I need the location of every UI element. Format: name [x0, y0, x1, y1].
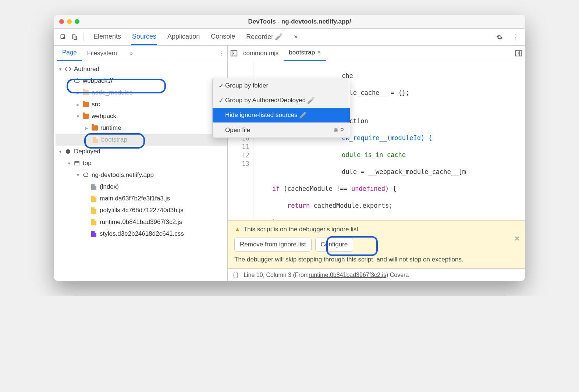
tree-main-js[interactable]: main.da63f7b2fe3f1fa3.js — [56, 193, 227, 204]
device-toggle-icon[interactable] — [69, 32, 80, 43]
side-tab-filesystem[interactable]: Filesystem — [82, 46, 122, 61]
tree-node-modules[interactable]: node_modules — [56, 87, 227, 99]
main-toolbar: Elements Sources Application Console Rec… — [54, 29, 525, 46]
tree-domain[interactable]: ng-devtools.netlify.app — [56, 169, 227, 181]
inspect-icon[interactable] — [58, 32, 69, 43]
titlebar: DevTools - ng-devtools.netlify.app/ — [54, 15, 525, 29]
tab-console[interactable]: Console — [210, 29, 236, 45]
menu-open-file[interactable]: Open file⌘ P — [213, 123, 350, 138]
status-source-file[interactable]: runtime.0b841bad3967f3c2.js — [309, 272, 386, 278]
tree-runtime[interactable]: runtime — [56, 122, 227, 134]
tree-runtime-js[interactable]: runtime.0b841bad3967f3c2.js — [56, 216, 227, 228]
svg-rect-4 — [231, 50, 237, 56]
tree-top[interactable]: top — [56, 157, 227, 169]
pretty-print-icon[interactable]: { } — [233, 272, 238, 278]
file-tree: Authored webpack:// node_modules src web… — [54, 61, 227, 281]
tree-webpack-folder[interactable]: webpack — [56, 110, 227, 122]
banner-desc: The debugger will skip stepping through … — [234, 256, 518, 263]
tree-styles-css[interactable]: styles.d3e2b24618d2c641.css — [56, 228, 227, 240]
svg-rect-3 — [75, 161, 79, 165]
sidebar-more-icon[interactable]: ⋮ — [218, 49, 224, 57]
minimize-icon[interactable] — [67, 19, 72, 24]
devtools-window: DevTools - ng-devtools.netlify.app/ Elem… — [54, 15, 525, 281]
side-tab-page[interactable]: Page — [57, 45, 82, 61]
nav-toggle-icon[interactable] — [230, 49, 238, 57]
close-banner-icon[interactable]: ✕ — [514, 235, 520, 243]
warning-icon: ▲ — [234, 226, 241, 233]
more-icon[interactable]: ⋮ — [510, 32, 521, 43]
editor-tab-common[interactable]: common.mjs — [238, 46, 284, 61]
navigator-sidebar: Page Filesystem » ⋮ Authored webpack:// … — [54, 46, 228, 281]
tree-polyfills-js[interactable]: polyfills.4c768d7122740d3b.js — [56, 204, 227, 216]
window-title: DevTools - ng-devtools.netlify.app/ — [79, 18, 520, 25]
tab-recorder[interactable]: Recorder — [245, 29, 284, 45]
remove-from-ignore-button[interactable]: Remove from ignore list — [234, 238, 312, 252]
editor-tab-bootstrap[interactable]: bootstrap× — [284, 45, 326, 61]
close-icon[interactable] — [59, 19, 64, 24]
traffic-lights — [59, 19, 79, 24]
gear-icon[interactable] — [494, 32, 505, 43]
tree-deployed[interactable]: Deployed — [56, 146, 227, 157]
svg-rect-5 — [516, 50, 522, 56]
tab-application[interactable]: Application — [167, 29, 200, 45]
menu-hide-ignored[interactable]: Hide ignore-listed sources — [213, 108, 350, 122]
tab-sources[interactable]: Sources — [131, 29, 157, 45]
side-tab-overflow[interactable]: » — [124, 46, 138, 61]
tab-overflow[interactable]: » — [293, 29, 298, 45]
tree-src[interactable]: src — [56, 99, 227, 110]
tree-webpack-scheme[interactable]: webpack:// — [56, 75, 227, 87]
sidebar-toggle-icon[interactable] — [515, 49, 523, 57]
maximize-icon[interactable] — [75, 19, 79, 24]
tab-elements[interactable]: Elements — [93, 29, 122, 45]
panel-tabs: Elements Sources Application Console Rec… — [93, 29, 494, 45]
tree-index[interactable]: (index) — [56, 181, 227, 193]
menu-group-by-folder[interactable]: ✓Group by folder — [213, 78, 350, 93]
tree-authored[interactable]: Authored — [56, 63, 227, 75]
close-tab-icon[interactable]: × — [317, 49, 321, 56]
context-menu: ✓Group by folder ✓Group by Authored/Depl… — [212, 78, 350, 138]
ignore-list-banner: ▲This script is on the debugger's ignore… — [228, 220, 525, 268]
status-bar: { } Line 10, Column 3 (From runtime.0b84… — [228, 268, 525, 281]
tree-bootstrap[interactable]: bootstrap — [56, 134, 227, 146]
menu-group-by-authored[interactable]: ✓Group by Authored/Deployed — [213, 93, 350, 108]
configure-button[interactable]: Configure — [315, 238, 354, 252]
